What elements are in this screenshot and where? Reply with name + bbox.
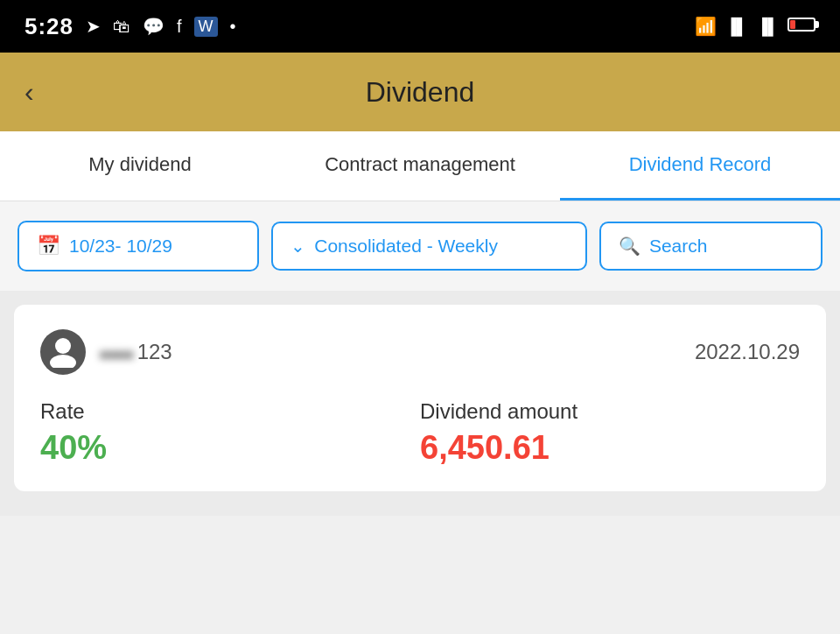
status-bar: 5:28 ➤ 🛍 💬 f W • 📶 ▐▌ ▐▌ (0, 0, 840, 53)
header-title: Dividend (366, 76, 475, 109)
type-filter-button[interactable]: ⌄ Consolidated - Weekly (271, 222, 587, 271)
signal-bar-1-icon: ▐▌ (725, 18, 748, 36)
record-card: ●●●●123 2022.10.29 Rate 40% Dividend amo… (14, 305, 826, 491)
dividend-item: Dividend amount 6,450.61 (420, 399, 800, 467)
svg-point-0 (55, 338, 71, 354)
status-right: 📶 ▐▌ ▐▌ (695, 16, 816, 37)
username-suffix: 123 (137, 340, 172, 363)
avatar (40, 329, 86, 375)
type-filter-label: Consolidated - Weekly (314, 236, 498, 257)
back-button[interactable]: ‹ (24, 76, 34, 109)
signal-bar-2-icon: ▐▌ (756, 18, 779, 36)
wifi-icon: 📶 (695, 16, 717, 37)
filter-bar: 📅 10/23- 10/29 ⌄ Consolidated - Weekly 🔍… (0, 201, 840, 291)
user-info: ●●●●123 (40, 329, 172, 375)
date-filter-label: 10/23- 10/29 (69, 236, 172, 257)
search-icon: 🔍 (619, 236, 640, 257)
messenger-icon: 💬 (143, 16, 164, 37)
header: ‹ Dividend (0, 53, 840, 131)
search-button[interactable]: 🔍 Search (599, 222, 822, 271)
rate-item: Rate 40% (40, 399, 420, 467)
status-time: 5:28 (24, 13, 74, 40)
facebook-icon: f (177, 17, 182, 37)
navigation-arrow-icon: ➤ (86, 16, 101, 37)
dividend-label: Dividend amount (420, 399, 800, 424)
tab-dividend-record[interactable]: Dividend Record (560, 131, 840, 201)
word-icon: W (194, 17, 218, 37)
rate-label: Rate (40, 399, 420, 424)
dividend-value: 6,450.61 (420, 429, 800, 467)
card-details: Rate 40% Dividend amount 6,450.61 (40, 399, 800, 467)
card-header: ●●●●123 2022.10.29 (40, 329, 800, 375)
username: ●●●●123 (100, 340, 172, 364)
tabs: My dividend Contract management Dividend… (0, 131, 840, 201)
shopee-icon: 🛍 (113, 17, 130, 37)
rate-value: 40% (40, 429, 420, 467)
calendar-icon: 📅 (37, 235, 60, 257)
search-label: Search (649, 236, 708, 257)
chevron-down-icon: ⌄ (290, 236, 305, 257)
status-left: 5:28 ➤ 🛍 💬 f W • (24, 13, 236, 40)
tab-contract-management[interactable]: Contract management (280, 131, 560, 201)
content-area: ●●●●123 2022.10.29 Rate 40% Dividend amo… (0, 291, 840, 516)
svg-point-1 (50, 355, 76, 368)
dot-icon: • (230, 17, 236, 37)
record-date: 2022.10.29 (695, 340, 800, 364)
battery-icon (788, 18, 816, 36)
tab-my-dividend[interactable]: My dividend (0, 131, 280, 201)
username-blurred: ●●●● (100, 347, 134, 363)
date-filter-button[interactable]: 📅 10/23- 10/29 (18, 221, 259, 271)
